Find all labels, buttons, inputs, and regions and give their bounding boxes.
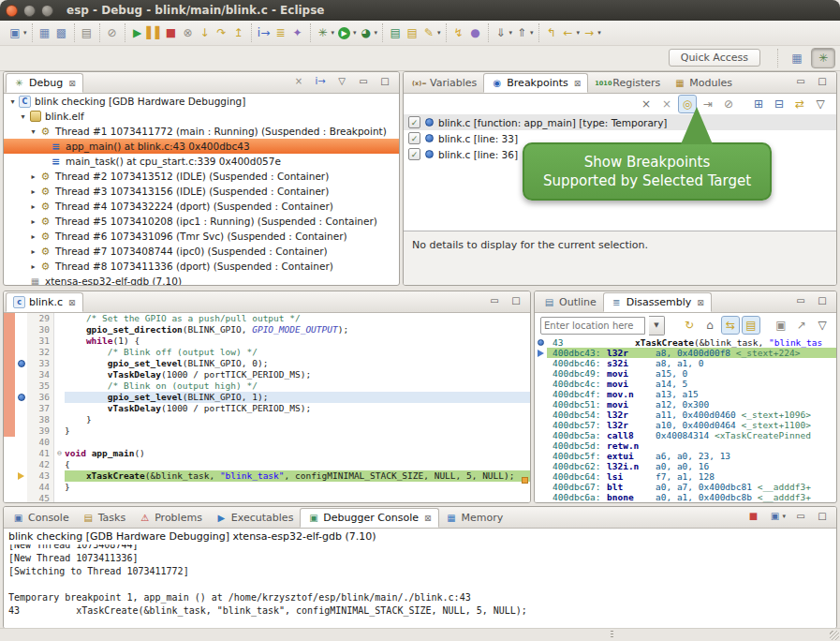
fold-icon[interactable]: ⊖ <box>54 448 65 459</box>
minimize-button[interactable]: ▭ <box>793 508 808 525</box>
view-tab-disassembly[interactable]: ≣Disassembly⊠ <box>603 292 712 312</box>
breakpoint-margin[interactable] <box>15 482 27 493</box>
console-tab-memory[interactable]: ▦Memory <box>439 508 510 528</box>
disasm-row[interactable]: 400dbc62:l32i.na0, a0, 16 <box>535 461 836 471</box>
view-tab-variables[interactable]: (x)=Variables <box>405 73 483 93</box>
copy-button[interactable]: ▣ <box>773 317 789 334</box>
refresh-button[interactable]: ↻ <box>681 317 698 334</box>
disasm-row[interactable]: 400dbc49:movia15, 0 <box>535 368 836 379</box>
new-cpp-project-button[interactable]: ▤ <box>387 24 404 41</box>
resize-grip[interactable] <box>830 631 839 640</box>
breakpoint-margin[interactable] <box>15 459 27 470</box>
instruction-stepping-button[interactable]: i→ <box>256 24 273 41</box>
debug-perspective-button[interactable]: ✳ <box>812 49 834 67</box>
expander-icon[interactable]: ▾ <box>28 127 38 136</box>
open-perspective-button[interactable]: ▦ <box>786 49 808 67</box>
location-input[interactable] <box>540 317 645 335</box>
save-all-button[interactable]: ▩ <box>53 24 70 41</box>
sync-context-button[interactable]: ⇆ <box>722 317 739 334</box>
debug-tree-item[interactable]: ▸⚙Thread #7 1073408744 (ipc0) (Suspended… <box>4 244 399 259</box>
breakpoint-margin[interactable] <box>15 437 27 448</box>
minimize-button[interactable]: ▭ <box>793 73 808 90</box>
breakpoint-margin[interactable] <box>15 414 27 425</box>
debug-tree-item[interactable]: ≡main_task() at cpu_start.c:339 0x400d05… <box>4 154 399 169</box>
console-tab-problems[interactable]: ⚠Problems <box>132 508 209 528</box>
console-output[interactable]: [New Thread 1073408744][New Thread 10734… <box>4 544 836 629</box>
skip-all-breakpoints-toggle[interactable]: ⊘ <box>720 96 737 112</box>
breakpoint-margin[interactable] <box>15 448 27 459</box>
minimize-window-button[interactable] <box>23 5 36 17</box>
expander-icon[interactable]: ▸ <box>28 187 38 196</box>
close-tab-icon[interactable]: ⊠ <box>697 298 704 307</box>
breakpoint-margin[interactable] <box>15 392 27 403</box>
breakpoint-margin[interactable] <box>15 347 27 358</box>
code-line[interactable]: 34 vTaskDelay(1000 / portTICK_PERIOD_MS)… <box>4 369 530 380</box>
view-menu-button[interactable]: ▽ <box>812 96 829 112</box>
code-line[interactable]: 40 <box>4 437 530 448</box>
disasm-row[interactable]: 400dbc51:movia12, 0x300 <box>535 399 836 410</box>
remove-all-breakpoints-button[interactable]: × <box>658 96 675 112</box>
debug-tree-item[interactable]: ▸⚙Thread #2 1073413512 (IDLE) (Suspended… <box>4 169 399 184</box>
resume-button[interactable]: ▶ <box>129 24 146 41</box>
expander-icon[interactable]: ▸ <box>28 232 38 241</box>
code-line[interactable]: 33 gpio_set_level(BLINK_GPIO, 0); <box>4 358 530 369</box>
code-line[interactable]: 31 while(1) { <box>4 335 530 347</box>
step-return-button[interactable]: ↥ <box>230 24 247 41</box>
code-line[interactable]: 43 xTaskCreate(&blink_task, "blink_task"… <box>4 470 530 482</box>
breakpoint-margin[interactable] <box>15 313 27 324</box>
use-step-filters-button[interactable]: ≣ <box>273 24 289 41</box>
forward-button[interactable]: →▾ <box>581 24 602 41</box>
build-binary-button[interactable]: ▤ <box>79 24 96 41</box>
suspend-button[interactable]: ▌▌ <box>146 24 163 41</box>
close-window-button[interactable] <box>6 5 18 17</box>
breakpoint-marker-icon[interactable] <box>18 360 25 367</box>
disasm-row[interactable]: 400dbc5d:retw.n <box>535 440 836 451</box>
remove-breakpoint-button[interactable]: × <box>638 96 655 112</box>
code-line[interactable]: 41⊖void app_main() <box>4 448 530 459</box>
remove-all-terminated-button[interactable]: × <box>291 73 306 90</box>
disasm-row[interactable]: 400dbc64:lsif7, a1, 128 <box>535 471 836 482</box>
minimize-button[interactable]: ▭ <box>487 292 502 309</box>
previous-annotation-button[interactable]: ⇑▾ <box>513 24 535 41</box>
view-tab-registers[interactable]: 1010Registers <box>588 73 667 93</box>
close-tab-icon[interactable]: ⊠ <box>68 298 76 307</box>
breakpoint-margin[interactable] <box>15 324 27 335</box>
back-button[interactable]: ←▾ <box>560 24 582 41</box>
disasm-row[interactable]: 400dbc4c:movia14, 5 <box>535 379 836 389</box>
breakpoint-checkbox[interactable]: ✓ <box>408 116 420 128</box>
minimize-button[interactable]: ▭ <box>793 292 808 309</box>
breakpoint-checkbox[interactable]: ✓ <box>408 132 420 144</box>
open-element-button[interactable]: ▤ <box>404 24 420 41</box>
close-tab-icon[interactable]: ⊠ <box>424 514 432 523</box>
code-line[interactable]: 32 /* Blink off (output low) */ <box>4 347 530 358</box>
expander-icon[interactable]: ▸ <box>28 262 38 271</box>
close-tab-icon[interactable]: ⊠ <box>68 79 76 88</box>
debug-tree-item[interactable]: ▸⚙Thread #8 1073411336 (dport) (Suspende… <box>4 259 399 274</box>
debug-tree-item[interactable]: ▾Cblink checking [GDB Hardware Debugging… <box>4 94 399 109</box>
maximize-button[interactable]: □ <box>815 73 830 90</box>
terminate-console-button[interactable]: ■ <box>745 508 760 525</box>
expander-icon[interactable]: ▾ <box>18 112 28 121</box>
breakpoint-margin[interactable] <box>15 335 27 347</box>
disasm-row[interactable]: 400dbc5f:extuia6, a0, 23, 13 <box>535 451 836 461</box>
coverage-launch-button[interactable]: ◕▾ <box>358 24 379 41</box>
disconnect-button[interactable]: ⊗ <box>180 24 197 41</box>
disasm-row[interactable]: 400dbc43:l32ra8, 0x400d00f8 <_stext+224> <box>535 348 836 358</box>
expand-all-button[interactable]: ⊞ <box>750 96 767 112</box>
view-tab-breakpoints[interactable]: ◉Breakpoints⊠ <box>483 73 588 93</box>
view-menu-button[interactable]: ▽ <box>334 73 349 90</box>
step-over-button[interactable]: ↷ <box>214 24 230 41</box>
step-into-button[interactable]: ↓ <box>197 24 214 41</box>
code-editor[interactable]: 29 /* Set the GPIO as a push/pull output… <box>4 313 530 503</box>
debug-tree-item[interactable]: ▦xtensa-esp32-elf-gdb (7.10) <box>4 274 399 286</box>
expander-icon[interactable]: ▾ <box>7 97 18 106</box>
code-line[interactable]: 44} <box>4 482 530 493</box>
launch-config-button[interactable]: ✎▾ <box>420 24 442 41</box>
location-dropdown-icon[interactable]: ▼ <box>649 316 665 335</box>
maximize-button[interactable]: □ <box>815 508 830 525</box>
maximize-button[interactable]: □ <box>815 292 830 309</box>
console-tab-console[interactable]: ▣Console <box>6 508 76 528</box>
skip-all-breakpoints-button[interactable]: ⊘ <box>104 24 121 41</box>
expander-icon[interactable]: ▸ <box>28 217 38 226</box>
code-line[interactable]: 30 gpio_set_direction(BLINK_GPIO, GPIO_M… <box>4 324 530 335</box>
